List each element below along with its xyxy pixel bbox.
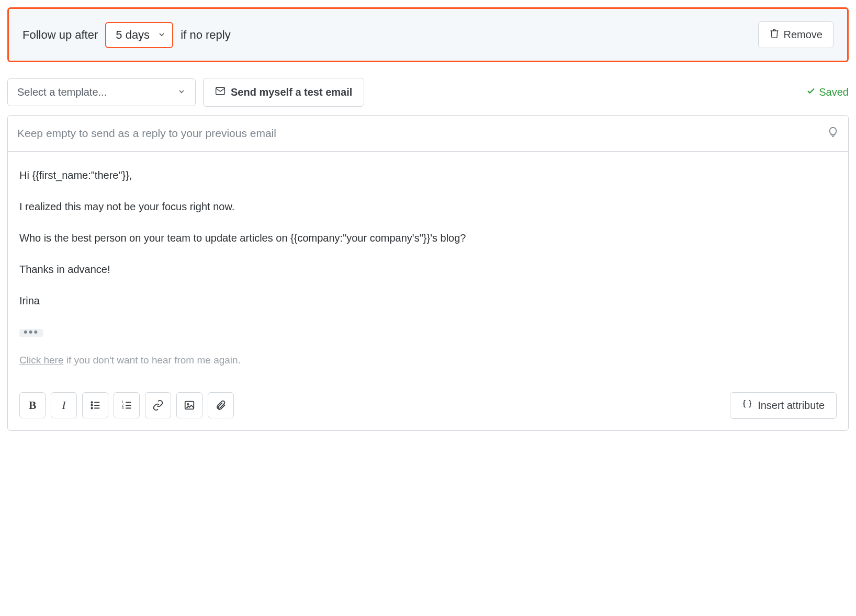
saved-badge: Saved xyxy=(806,86,849,98)
chevron-down-icon xyxy=(157,28,166,42)
remove-label: Remove xyxy=(784,29,823,41)
trash-icon xyxy=(769,28,780,41)
svg-point-14 xyxy=(187,404,189,405)
send-test-label: Send myself a test email xyxy=(231,86,352,98)
chevron-down-icon xyxy=(177,86,186,98)
send-test-button[interactable]: Send myself a test email xyxy=(203,78,364,107)
followup-suffix: if no reply xyxy=(181,28,230,42)
lightbulb-icon[interactable] xyxy=(827,127,839,141)
unsubscribe-rest: if you don't want to hear from me again. xyxy=(63,355,240,366)
envelope-icon xyxy=(215,86,226,99)
remove-button[interactable]: Remove xyxy=(758,21,834,48)
signature-name: Irina xyxy=(19,293,837,309)
template-select[interactable]: Select a template... xyxy=(7,78,196,106)
unsubscribe-line: Click here if you don't want to hear fro… xyxy=(19,353,837,368)
followup-delay-select[interactable]: 5 days xyxy=(105,22,173,48)
followup-prefix: Follow up after xyxy=(22,28,98,42)
svg-text:3: 3 xyxy=(122,406,124,409)
subject-row xyxy=(8,116,848,152)
body-line-2: Who is the best person on your team to u… xyxy=(19,230,837,246)
template-placeholder: Select a template... xyxy=(17,86,107,98)
controls-row: Select a template... Send myself a test … xyxy=(7,78,849,107)
svg-point-5 xyxy=(91,407,93,409)
bold-button[interactable]: B xyxy=(19,392,46,418)
saved-label: Saved xyxy=(819,86,849,98)
editor-card: Hi {{first_name:"there"}}, I realized th… xyxy=(7,115,849,431)
svg-point-3 xyxy=(91,405,93,406)
braces-icon xyxy=(742,399,752,412)
insert-attribute-label: Insert attribute xyxy=(758,400,825,412)
insert-attribute-button[interactable]: Insert attribute xyxy=(730,392,837,419)
bullet-list-button[interactable] xyxy=(82,392,108,418)
expand-signature-toggle[interactable]: ••• xyxy=(19,329,43,337)
email-body[interactable]: Hi {{first_name:"there"}}, I realized th… xyxy=(8,152,848,387)
body-greeting: Hi {{first_name:"there"}}, xyxy=(19,167,837,183)
attachment-button[interactable] xyxy=(208,392,234,418)
svg-point-1 xyxy=(91,402,93,403)
subject-input[interactable] xyxy=(17,116,827,151)
image-button[interactable] xyxy=(176,392,202,418)
body-line-1: I realized this may not be your focus ri… xyxy=(19,199,837,214)
body-line-3: Thanks in advance! xyxy=(19,261,837,277)
numbered-list-button[interactable]: 123 xyxy=(114,392,140,418)
italic-button[interactable]: I xyxy=(51,392,77,418)
link-button[interactable] xyxy=(145,392,171,418)
check-icon xyxy=(806,86,816,98)
editor-toolbar: B I 123 Insert attribute xyxy=(8,387,848,430)
followup-bar: Follow up after 5 days if no reply Remov… xyxy=(7,7,849,62)
unsubscribe-link[interactable]: Click here xyxy=(19,355,63,366)
followup-delay-value: 5 days xyxy=(116,28,150,42)
